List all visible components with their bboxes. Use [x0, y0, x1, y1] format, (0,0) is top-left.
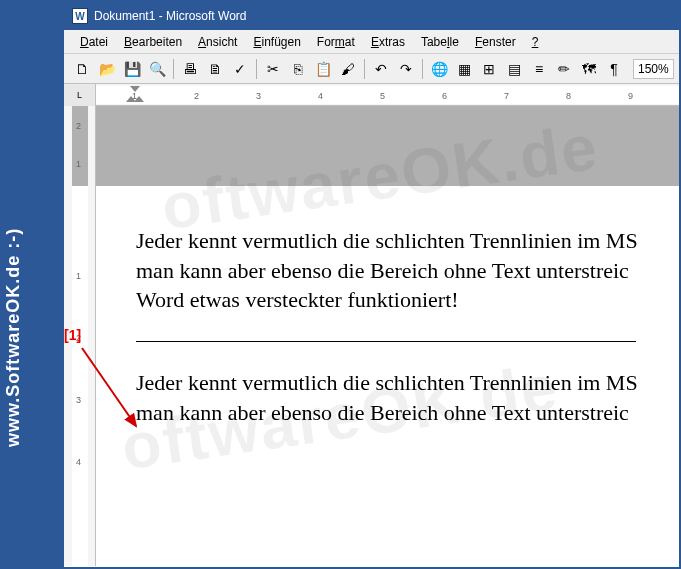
ruler-number: 5 — [380, 91, 385, 101]
print-preview-icon[interactable]: 🗎 — [203, 57, 227, 81]
app-icon: W — [72, 8, 88, 24]
open-icon[interactable]: 📂 — [95, 57, 119, 81]
drawing-icon[interactable]: ✏ — [552, 57, 576, 81]
columns-icon[interactable]: ≡ — [527, 57, 551, 81]
menu-format[interactable]: Format — [311, 33, 361, 51]
menu-extras[interactable]: Extras — [365, 33, 411, 51]
annotation-callout: [1] — [64, 326, 81, 344]
ruler-number: 9 — [628, 91, 633, 101]
ruler-number: 6 — [442, 91, 447, 101]
menu-ansicht[interactable]: Ansicht — [192, 33, 243, 51]
menu-einfügen[interactable]: Einfügen — [247, 33, 306, 51]
horizontal-separator-line — [136, 341, 636, 342]
menu-tabelle[interactable]: Tabelle — [415, 33, 465, 51]
insert-hyperlink-icon[interactable]: 🌐 — [427, 57, 451, 81]
insert-table-icon[interactable]: ⊞ — [477, 57, 501, 81]
branding-sidebar: www.SoftwareOK.de :-) — [2, 2, 64, 567]
show-marks-icon[interactable]: ¶ — [602, 57, 626, 81]
save-icon[interactable]: 💾 — [120, 57, 144, 81]
format-painter-icon[interactable]: 🖌 — [336, 57, 360, 81]
horizontal-ruler-area: L 123456789 — [64, 84, 679, 106]
paragraph-1[interactable]: Jeder kennt vermutlich die schlichten Tr… — [136, 226, 679, 315]
toolbar-separator — [173, 59, 174, 79]
ruler-number: 8 — [566, 91, 571, 101]
vruler-number: 1 — [76, 159, 81, 169]
menu-fenster[interactable]: Fenster — [469, 33, 522, 51]
tab-align-button[interactable]: L — [64, 84, 96, 106]
branding-text: www.SoftwareOK.de :-) — [3, 228, 24, 447]
zoom-combo[interactable]: 150% — [633, 59, 674, 79]
new-doc-icon[interactable]: 🗋 — [70, 57, 94, 81]
titlebar: W Dokument1 - Microsoft Word — [64, 2, 679, 30]
copy-icon[interactable]: ⎘ — [286, 57, 310, 81]
document-area: 211234 Jeder kennt vermutlich die schlic… — [64, 106, 679, 566]
toolbar: 🗋📂💾🔍🖶🗎✓✂⎘📋🖌↶↷🌐▦⊞▤≡✏🗺¶150% — [64, 54, 679, 84]
menu-bearbeiten[interactable]: Bearbeiten — [118, 33, 188, 51]
cut-icon[interactable]: ✂ — [261, 57, 285, 81]
menu-datei[interactable]: Datei — [74, 33, 114, 51]
search-icon[interactable]: 🔍 — [145, 57, 169, 81]
ruler-number: 2 — [194, 91, 199, 101]
page-margin-gap — [96, 106, 679, 186]
vruler-number: 4 — [76, 457, 81, 467]
ruler-number: 3 — [256, 91, 261, 101]
toolbar-separator — [422, 59, 423, 79]
menu-?[interactable]: ? — [526, 33, 545, 51]
doc-map-icon[interactable]: 🗺 — [577, 57, 601, 81]
redo-icon[interactable]: ↷ — [394, 57, 418, 81]
menubar: DateiBearbeitenAnsichtEinfügenFormatExtr… — [64, 30, 679, 54]
horizontal-ruler[interactable]: 123456789 — [96, 84, 679, 106]
toolbar-separator — [256, 59, 257, 79]
annotation-arrow-icon — [78, 344, 158, 444]
vruler-number: 2 — [76, 121, 81, 131]
svg-line-0 — [82, 348, 136, 426]
window-title: Dokument1 - Microsoft Word — [94, 9, 247, 23]
paste-icon[interactable]: 📋 — [311, 57, 335, 81]
paragraph-2[interactable]: Jeder kennt vermutlich die schlichten Tr… — [136, 368, 679, 427]
annotation-number: [1] — [64, 327, 81, 343]
spellcheck-icon[interactable]: ✓ — [228, 57, 252, 81]
ruler-number: 7 — [504, 91, 509, 101]
ruler-number: 4 — [318, 91, 323, 101]
toolbar-separator — [364, 59, 365, 79]
excel-icon[interactable]: ▤ — [502, 57, 526, 81]
print-icon[interactable]: 🖶 — [178, 57, 202, 81]
document-page[interactable]: Jeder kennt vermutlich die schlichten Tr… — [96, 186, 679, 427]
vruler-number: 1 — [76, 271, 81, 281]
tables-icon[interactable]: ▦ — [452, 57, 476, 81]
undo-icon[interactable]: ↶ — [369, 57, 393, 81]
ruler-number: 1 — [132, 91, 137, 101]
